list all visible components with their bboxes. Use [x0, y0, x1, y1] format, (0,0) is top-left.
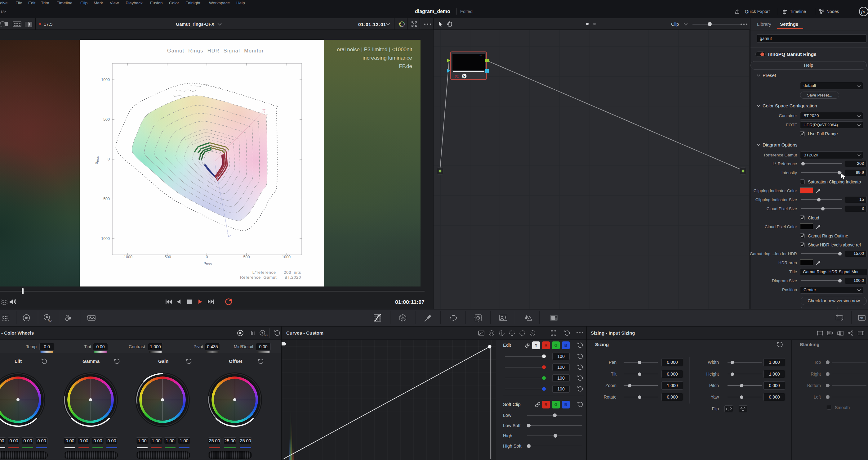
- svg-text:LOG: LOG: [264, 334, 268, 337]
- svg-text:aRSS: aRSS: [204, 260, 212, 266]
- svg-text:1000: 1000: [101, 78, 110, 82]
- svg-text:L*reference = 203 nits: L*reference = 203 nits: [252, 270, 301, 275]
- svg-text:01: 01: [455, 74, 459, 79]
- svg-text:3D: 3D: [860, 317, 863, 320]
- svg-text:500: 500: [243, 255, 250, 259]
- svg-text:fx: fx: [463, 75, 465, 78]
- svg-text:1000: 1000: [282, 255, 290, 259]
- svg-text:Gamut Rings HDR Signal Monitor: Gamut Rings HDR Signal Monitor: [167, 48, 264, 53]
- svg-text:0: 0: [107, 157, 110, 162]
- svg-text:fx: fx: [861, 9, 865, 14]
- svg-text:-500: -500: [102, 197, 110, 201]
- svg-text:-500: -500: [163, 255, 171, 259]
- svg-text:T=1: T=1: [479, 55, 483, 57]
- svg-text:0: 0: [206, 255, 208, 259]
- svg-text:bRSS: bRSS: [94, 156, 99, 164]
- svg-text:Reference Gamut = BT.2020: Reference Gamut = BT.2020: [240, 275, 301, 280]
- svg-text:-1000: -1000: [123, 255, 132, 259]
- svg-text:-1000: -1000: [100, 236, 110, 241]
- svg-text:HDR: HDR: [48, 319, 52, 322]
- svg-text:500: 500: [103, 117, 110, 122]
